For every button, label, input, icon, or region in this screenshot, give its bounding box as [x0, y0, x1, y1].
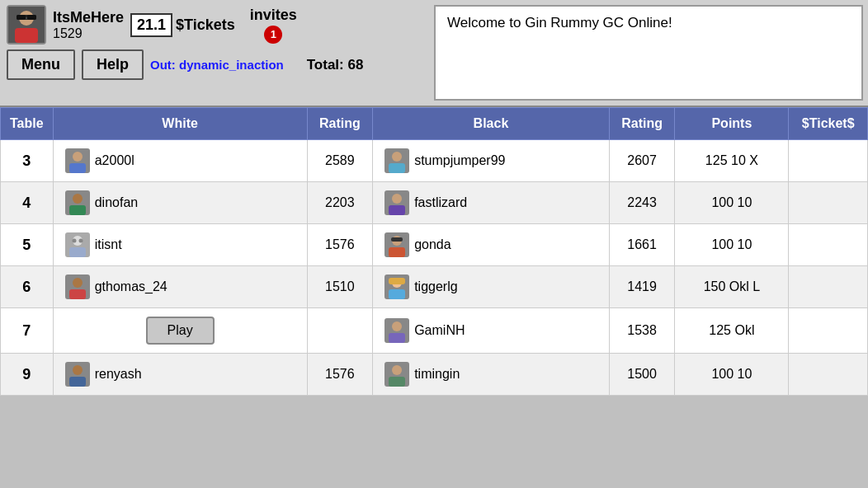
- svg-rect-15: [69, 205, 86, 215]
- cell-white-player[interactable]: Play: [53, 308, 307, 354]
- invites-badge[interactable]: 1: [264, 26, 282, 44]
- avatar: [7, 5, 46, 45]
- cell-tickets: [789, 308, 868, 354]
- black-avatar: [384, 148, 409, 173]
- table-row: 9renyash1576timingin1500100 10: [1, 354, 868, 396]
- black-name[interactable]: gonda: [414, 237, 451, 252]
- white-player-cell: renyash: [59, 362, 302, 387]
- welcome-message: Welcome to Gin Rummy GC Online!: [447, 15, 672, 31]
- cell-black-rating: 1500: [609, 354, 675, 396]
- svg-point-42: [392, 365, 402, 375]
- white-avatar: [65, 232, 90, 257]
- cell-black-rating: 2243: [609, 182, 675, 224]
- cell-table-num: 5: [1, 224, 54, 266]
- help-button[interactable]: Help: [82, 49, 144, 80]
- cell-points: 125 Okl: [675, 308, 789, 354]
- black-name[interactable]: GamiNH: [414, 323, 465, 338]
- svg-rect-12: [389, 163, 405, 173]
- username-block: ItsMeHere 1529: [53, 9, 124, 41]
- svg-rect-27: [389, 247, 405, 257]
- svg-point-11: [392, 152, 402, 162]
- black-avatar: [384, 190, 409, 215]
- svg-rect-37: [389, 333, 405, 343]
- col-header-tickets: $Ticket$: [789, 108, 868, 140]
- black-player-cell: tiggerlg: [378, 274, 604, 299]
- cell-black-player: GamiNH: [373, 308, 610, 354]
- svg-rect-26: [391, 237, 403, 242]
- cell-table-num: 3: [1, 140, 54, 182]
- cell-white-player: itisnt: [53, 224, 307, 266]
- cell-white-rating: [307, 308, 373, 354]
- cell-black-player: gonda: [373, 224, 610, 266]
- game-table: Table White Rating Black Rating Points $…: [0, 107, 868, 396]
- cell-white-player: gthomas_24: [53, 266, 307, 308]
- svg-rect-34: [389, 289, 405, 299]
- cell-tickets: [789, 354, 868, 396]
- tickets-label: $Tickets: [176, 16, 235, 34]
- cell-table-num: 6: [1, 266, 54, 308]
- black-name[interactable]: stumpjumper99: [414, 153, 505, 168]
- cell-white-player: renyash: [53, 354, 307, 396]
- svg-point-39: [73, 365, 83, 375]
- play-button[interactable]: Play: [146, 317, 215, 345]
- cell-points: 150 Okl L: [675, 266, 789, 308]
- cell-tickets: [789, 224, 868, 266]
- white-name[interactable]: gthomas_24: [95, 279, 167, 294]
- cell-white-player: a2000l: [53, 140, 307, 182]
- black-player-cell: fastlizard: [378, 190, 604, 215]
- cell-black-rating: 2607: [609, 140, 675, 182]
- cell-black-rating: 1661: [609, 224, 675, 266]
- cell-black-player: timingin: [373, 354, 610, 396]
- welcome-panel: Welcome to Gin Rummy GC Online!: [434, 5, 863, 101]
- svg-rect-3: [17, 15, 26, 20]
- cell-black-rating: 1538: [609, 308, 675, 354]
- cell-black-player: tiggerlg: [373, 266, 610, 308]
- cell-table-num: 7: [1, 308, 54, 354]
- header: ItsMeHere 1529 21.1 $Tickets invites 1 M…: [0, 0, 868, 107]
- header-top-row: ItsMeHere 1529 21.1 $Tickets invites 1: [7, 5, 422, 45]
- cell-table-num: 4: [1, 182, 54, 224]
- total-text: Total: 68: [307, 57, 364, 73]
- white-name[interactable]: renyash: [95, 367, 142, 382]
- svg-rect-40: [69, 377, 86, 387]
- svg-rect-6: [15, 28, 38, 43]
- table-row: 3a2000l2589stumpjumper992607125 10 X: [1, 140, 868, 182]
- table-header-row: Table White Rating Black Rating Points $…: [1, 108, 868, 140]
- cell-black-rating: 1419: [609, 266, 675, 308]
- black-name[interactable]: tiggerlg: [414, 279, 457, 294]
- tickets-block: 21.1 $Tickets: [130, 13, 235, 37]
- tickets-value: 21.1: [130, 13, 172, 37]
- black-avatar: [384, 318, 409, 343]
- table-row: 5itisnt1576gonda1661100 10: [1, 224, 868, 266]
- cell-table-num: 9: [1, 354, 54, 396]
- cell-points: 100 10: [675, 182, 789, 224]
- svg-point-8: [73, 152, 83, 162]
- col-header-rating-black: Rating: [609, 108, 675, 140]
- white-name[interactable]: dinofan: [95, 195, 139, 210]
- black-player-cell: GamiNH: [378, 318, 604, 343]
- svg-rect-43: [389, 377, 405, 387]
- black-avatar: [384, 232, 409, 257]
- black-player-cell: gonda: [378, 232, 604, 257]
- cell-white-rating: 1576: [307, 354, 373, 396]
- cell-points: 100 10: [675, 354, 789, 396]
- svg-rect-23: [69, 247, 86, 257]
- white-name[interactable]: itisnt: [95, 237, 122, 252]
- svg-point-36: [392, 321, 402, 331]
- black-player-cell: stumpjumper99: [378, 148, 604, 173]
- cell-white-rating: 2589: [307, 140, 373, 182]
- menu-button[interactable]: Menu: [7, 49, 75, 80]
- black-name[interactable]: fastlizard: [414, 195, 467, 210]
- black-name[interactable]: timingin: [414, 367, 460, 382]
- svg-point-17: [392, 194, 402, 204]
- cell-points: 100 10: [675, 224, 789, 266]
- white-avatar: [65, 148, 90, 173]
- svg-point-21: [72, 239, 76, 243]
- white-player-cell: dinofan: [59, 190, 302, 215]
- white-name[interactable]: a2000l: [95, 153, 134, 168]
- svg-rect-33: [389, 278, 405, 284]
- header-bottom-row: Menu Help Out: dynamic_inaction Total: 6…: [7, 49, 422, 80]
- svg-rect-4: [27, 15, 36, 20]
- invites-block: invites 1: [250, 7, 297, 44]
- white-player-cell: itisnt: [59, 232, 302, 257]
